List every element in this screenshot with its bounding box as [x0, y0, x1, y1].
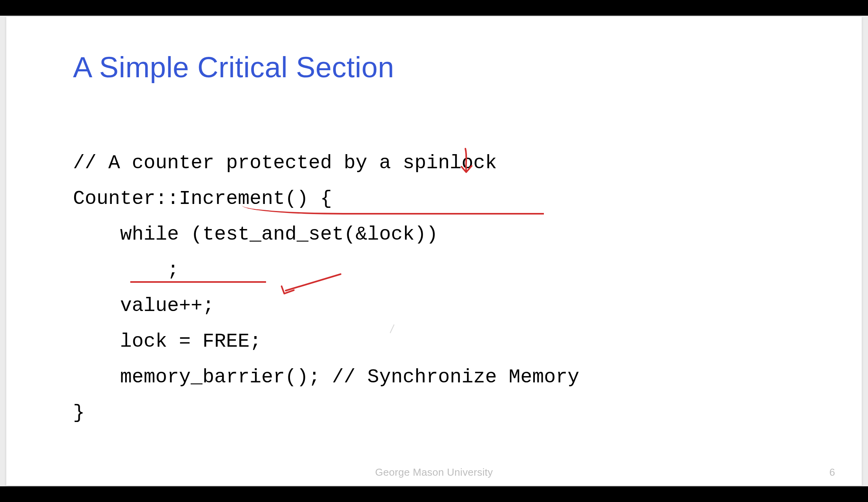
code-line: Counter::Increment() {	[73, 187, 332, 210]
bottom-letterbox-bar	[0, 486, 868, 502]
code-line: memory_barrier(); // Synchronize Memory	[73, 366, 579, 388]
footer-university: George Mason University	[6, 466, 862, 478]
code-line: value++;	[73, 295, 214, 317]
presentation-viewport: A Simple Critical Section // A counter p…	[0, 0, 868, 502]
top-letterbox-bar	[0, 0, 868, 16]
code-line: lock = FREE;	[73, 330, 261, 353]
code-line: while (test_and_set(&lock))	[73, 223, 438, 246]
page-number: 6	[830, 466, 835, 478]
code-line: }	[73, 402, 85, 424]
code-block: // A counter protected by a spinlock Cou…	[73, 109, 579, 466]
code-line: ;	[73, 259, 179, 281]
slide: A Simple Critical Section // A counter p…	[6, 17, 862, 486]
slide-title: A Simple Critical Section	[73, 51, 394, 84]
slide-stage: A Simple Critical Section // A counter p…	[0, 16, 868, 486]
code-line: // A counter protected by a spinlock	[73, 152, 497, 174]
